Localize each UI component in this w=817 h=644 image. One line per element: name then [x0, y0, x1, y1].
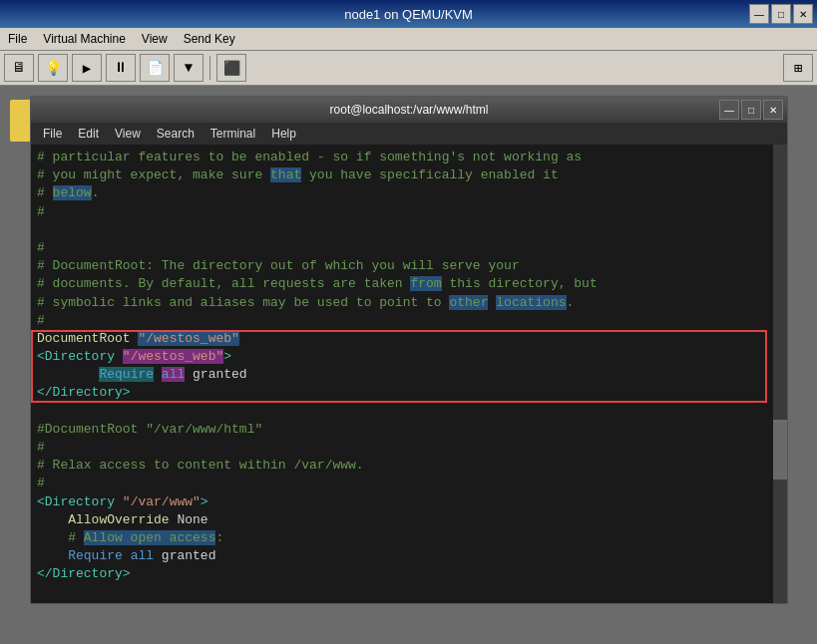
- inner-menu-help[interactable]: Help: [263, 125, 304, 143]
- terminal-line-1: # particular features to be enabled - so…: [37, 149, 781, 166]
- terminal-line-9: # symbolic links and aliases may be used…: [37, 294, 781, 312]
- terminal-line-11: DocumentRoot "/westos_web": [37, 330, 781, 348]
- toolbar-save-btn[interactable]: 📄: [140, 54, 170, 82]
- terminal-scrollbar[interactable]: [773, 145, 787, 603]
- terminal-line-18: # Relax access to content within /var/ww…: [37, 457, 781, 475]
- terminal-line-5: [37, 221, 781, 239]
- toolbar-bulb-btn[interactable]: 💡: [38, 54, 68, 82]
- terminal-line-23: Require all granted: [37, 547, 781, 565]
- terminal-line-7: # DocumentRoot: The directory out of whi…: [37, 257, 781, 275]
- toolbar-play-btn[interactable]: ▶: [72, 54, 102, 82]
- terminal-line-4: #: [37, 203, 781, 221]
- terminal-line-21: AllowOverride None: [37, 511, 781, 529]
- toolbar-extra-btn[interactable]: ⊞: [783, 54, 813, 82]
- terminal-line-13: Require all granted: [37, 366, 781, 384]
- outer-titlebar-controls: — □ ✕: [749, 4, 813, 24]
- terminal-line-17: #: [37, 439, 781, 457]
- inner-menu-view[interactable]: View: [107, 125, 149, 143]
- terminal-line-20: <Directory "/var/www">: [37, 493, 781, 511]
- terminal-line-15: [37, 403, 781, 421]
- inner-terminal-window: root@localhost:/var/www/html — □ ✕ File …: [30, 96, 788, 604]
- terminal-line-14: </Directory>: [37, 384, 781, 402]
- inner-menu-terminal[interactable]: Terminal: [203, 125, 263, 143]
- terminal-content[interactable]: # particular features to be enabled - so…: [31, 145, 787, 603]
- menu-file[interactable]: File: [0, 30, 35, 48]
- toolbar-dropdown-btn[interactable]: ▼: [174, 54, 204, 82]
- inner-close-button[interactable]: ✕: [763, 100, 783, 120]
- terminal-line-24: </Directory>: [37, 565, 781, 583]
- terminal-line-16: #DocumentRoot "/var/www/html": [37, 421, 781, 439]
- terminal-line-8: # documents. By default, all requests ar…: [37, 275, 781, 293]
- toolbar-separator: [209, 56, 210, 80]
- outer-menubar: File Virtual Machine View Send Key: [0, 28, 817, 50]
- inner-menu-file[interactable]: File: [35, 125, 70, 143]
- toolbar-screen-btn[interactable]: 🖥: [4, 54, 34, 82]
- outer-toolbar: 🖥 💡 ▶ ⏸ 📄 ▼ ⬛ ⊞: [0, 50, 817, 86]
- inner-window-title: root@localhost:/var/www/html: [330, 103, 489, 117]
- outer-titlebar: node1 on QEMU/KVM — □ ✕: [0, 0, 817, 28]
- close-button[interactable]: ✕: [793, 4, 813, 24]
- inner-menubar: File Edit View Search Terminal Help: [31, 123, 787, 145]
- highlighted-section: DocumentRoot "/westos_web" <Directory "/…: [37, 330, 781, 403]
- inner-titlebar: root@localhost:/var/www/html — □ ✕: [31, 97, 787, 123]
- terminal-line-2: # you might expect, make sure that you h…: [37, 166, 781, 184]
- inner-restore-button[interactable]: □: [741, 100, 761, 120]
- toolbar-display-btn[interactable]: ⬛: [216, 54, 246, 82]
- menu-send-key[interactable]: Send Key: [176, 30, 243, 48]
- terminal-line-19: #: [37, 475, 781, 492]
- terminal-line-10: #: [37, 312, 781, 330]
- menu-virtual-machine[interactable]: Virtual Machine: [35, 30, 134, 48]
- menu-view[interactable]: View: [134, 30, 176, 48]
- outer-window-title: node1 on QEMU/KVM: [344, 7, 473, 22]
- terminal-line-6: #: [37, 239, 781, 257]
- toolbar-pause-btn[interactable]: ⏸: [106, 54, 136, 82]
- outer-window: node1 on QEMU/KVM — □ ✕ File Virtual Mac…: [0, 0, 817, 644]
- minimize-button[interactable]: —: [749, 4, 769, 24]
- inner-menu-edit[interactable]: Edit: [70, 125, 107, 143]
- inner-menu-search[interactable]: Search: [149, 125, 203, 143]
- restore-button[interactable]: □: [771, 4, 791, 24]
- terminal-scrollbar-thumb[interactable]: [773, 420, 787, 480]
- outer-content-area: root@localhost:/var/www/html — □ ✕ File …: [0, 86, 817, 644]
- inner-minimize-button[interactable]: —: [719, 100, 739, 120]
- terminal-line-12: <Directory "/westos_web">: [37, 348, 781, 366]
- inner-titlebar-controls: — □ ✕: [719, 100, 783, 120]
- terminal-line-3: # below.: [37, 184, 781, 202]
- terminal-line-22: # Allow open access:: [37, 529, 781, 547]
